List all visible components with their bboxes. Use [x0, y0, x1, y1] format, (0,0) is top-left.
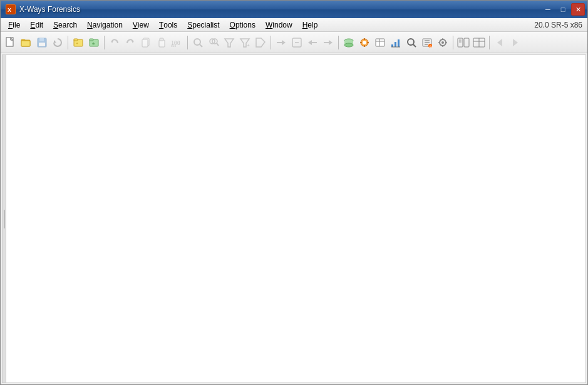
- toolbar-refresh-button[interactable]: [50, 34, 65, 51]
- toolbar-nav-action-button[interactable]: [289, 34, 304, 51]
- svg-text:★: ★: [91, 41, 95, 46]
- maximize-button[interactable]: □: [556, 3, 570, 16]
- svg-marker-79: [513, 39, 518, 46]
- toolbar-tag-button[interactable]: [253, 34, 268, 51]
- svg-marker-34: [282, 40, 286, 45]
- toolbar-separator-3: [187, 36, 188, 49]
- toolbar-copy-button[interactable]: [138, 34, 153, 51]
- toolbar-separator-2: [104, 36, 105, 49]
- svg-rect-6: [21, 41, 30, 46]
- toolbar-separator-4: [271, 36, 271, 49]
- toolbar-find-next-button[interactable]: [206, 34, 221, 51]
- svg-text:X: X: [8, 7, 11, 13]
- content-area: [6, 55, 585, 382]
- toolbar-registry-button[interactable]: [373, 34, 388, 51]
- menu-options[interactable]: Options: [225, 18, 260, 31]
- toolbar-search2-button[interactable]: [404, 34, 419, 51]
- toolbar-search-button[interactable]: [190, 34, 205, 51]
- toolbar-separator-7: [489, 36, 490, 49]
- svg-rect-9: [39, 43, 45, 46]
- toolbar-hex-button[interactable]: 100 010: [170, 34, 185, 51]
- svg-text:010: 010: [171, 44, 177, 48]
- toolbar-prev-button[interactable]: [492, 34, 507, 51]
- toolbar-nav-right-button[interactable]: [274, 34, 289, 51]
- toolbar-action-button[interactable]: +: [237, 34, 252, 51]
- title-bar: X X-Ways Forensics ─ □ ✕: [1, 1, 587, 18]
- svg-rect-8: [39, 38, 44, 41]
- svg-rect-22: [160, 38, 163, 41]
- svg-text:+: +: [247, 43, 250, 48]
- svg-point-66: [441, 41, 444, 44]
- menu-window[interactable]: Window: [260, 18, 297, 31]
- svg-text:+: +: [76, 41, 78, 46]
- svg-marker-18: [132, 41, 134, 43]
- svg-point-25: [194, 39, 200, 45]
- toolbar-open-button[interactable]: [19, 34, 34, 51]
- window-title: X-Ways Forensics: [19, 5, 80, 14]
- toolbar-separator-6: [453, 36, 453, 49]
- toolbar-new-button[interactable]: [3, 34, 18, 51]
- svg-point-57: [408, 39, 414, 45]
- svg-marker-10: [54, 40, 56, 43]
- main-content: [2, 54, 586, 383]
- svg-rect-54: [395, 42, 396, 47]
- svg-point-43: [344, 43, 353, 47]
- menu-navigation[interactable]: Navigation: [82, 18, 128, 31]
- toolbar-paste-button[interactable]: [154, 34, 169, 51]
- toolbar-separator-5: [338, 36, 339, 49]
- app-icon: X: [6, 4, 16, 14]
- main-window: X X-Ways Forensics ─ □ ✕ File Edit Searc…: [0, 0, 588, 385]
- toolbar-tools-button[interactable]: [357, 34, 372, 51]
- version-label: 20.0 SR-5 x86: [534, 21, 585, 29]
- toolbar-view1-button[interactable]: [456, 34, 471, 51]
- menu-edit[interactable]: Edit: [25, 18, 48, 31]
- toolbar-separator-1: [68, 36, 68, 49]
- svg-line-26: [200, 44, 202, 47]
- svg-rect-20: [142, 39, 148, 47]
- svg-marker-38: [308, 40, 312, 45]
- toolbar: + ★: [1, 32, 587, 53]
- svg-marker-30: [225, 39, 234, 47]
- menu-specialist[interactable]: Specialist: [182, 18, 224, 31]
- svg-rect-55: [398, 39, 400, 47]
- svg-rect-72: [464, 38, 469, 47]
- menu-file[interactable]: File: [3, 18, 25, 31]
- toolbar-stats-button[interactable]: [388, 34, 403, 51]
- toolbar-nav-forward-button[interactable]: [321, 34, 336, 51]
- svg-rect-15: [90, 39, 93, 41]
- toolbar-disk-button[interactable]: [341, 34, 356, 51]
- toolbar-nav-left-button[interactable]: [305, 34, 320, 51]
- svg-line-29: [217, 43, 219, 46]
- toolbar-save-button[interactable]: [34, 34, 49, 51]
- menu-view[interactable]: View: [128, 18, 154, 31]
- svg-marker-17: [111, 41, 113, 43]
- svg-rect-53: [391, 44, 393, 47]
- svg-rect-21: [159, 40, 165, 47]
- toolbar-next-button[interactable]: [508, 34, 523, 51]
- menu-tools[interactable]: Tools: [154, 18, 182, 31]
- toolbar-settings-button[interactable]: [435, 34, 450, 51]
- menu-help[interactable]: Help: [297, 18, 323, 31]
- window-controls: ─ □ ✕: [541, 3, 585, 16]
- toolbar-filter-button[interactable]: [222, 34, 237, 51]
- toolbar-view2-button[interactable]: [472, 34, 487, 51]
- minimize-button[interactable]: ─: [541, 3, 555, 16]
- svg-rect-50: [376, 39, 384, 46]
- svg-point-45: [363, 41, 366, 44]
- close-button[interactable]: ✕: [571, 3, 585, 16]
- menu-bar: File Edit Search Navigation View Tools S…: [1, 18, 587, 32]
- svg-line-58: [413, 44, 416, 47]
- svg-marker-40: [329, 40, 333, 45]
- toolbar-undo-button[interactable]: [107, 34, 122, 51]
- svg-marker-78: [497, 39, 502, 46]
- svg-rect-71: [458, 38, 463, 47]
- menu-search[interactable]: Search: [48, 18, 82, 31]
- svg-rect-12: [74, 39, 78, 41]
- toolbar-case-open-button[interactable]: +: [71, 34, 86, 51]
- toolbar-redo-button[interactable]: [123, 34, 138, 51]
- menu-items: File Edit Search Navigation View Tools S…: [3, 18, 322, 31]
- title-bar-left: X X-Ways Forensics: [6, 4, 80, 14]
- toolbar-case-new-button[interactable]: ★: [86, 34, 101, 51]
- toolbar-index-button[interactable]: ⚙: [420, 34, 435, 51]
